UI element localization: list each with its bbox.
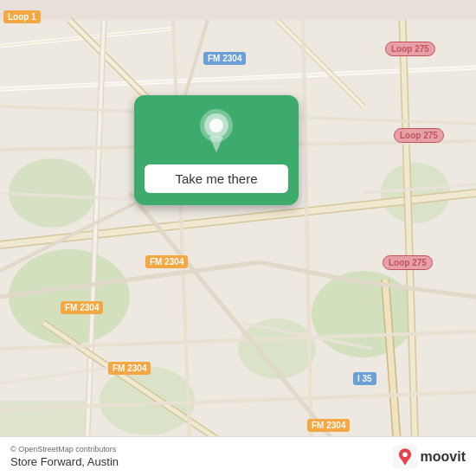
- popup-card: Take me there: [134, 95, 299, 205]
- map-container: Loop 1 FM 2304 Loop 275 Loop 275 Loop 27…: [0, 0, 476, 476]
- moovit-icon: [393, 445, 417, 469]
- road-label-fm2304-left: FM 2304: [61, 301, 103, 314]
- road-label-fm2304-br: FM 2304: [307, 419, 350, 432]
- svg-point-44: [209, 119, 223, 132]
- road-label-loop275-top: Loop 275: [385, 42, 435, 56]
- road-label-fm2304-mid: FM 2304: [145, 255, 188, 268]
- road-label-loop275-mid2: Loop 275: [383, 255, 433, 270]
- svg-point-6: [100, 366, 195, 435]
- map-background: [0, 0, 476, 476]
- bottom-left-info: © OpenStreetMap contributors Store Forwa…: [10, 445, 119, 468]
- map-pin-icon: [198, 109, 235, 158]
- svg-marker-45: [209, 137, 223, 152]
- moovit-logo: moovit: [393, 445, 466, 469]
- road-label-i35: I 35: [353, 372, 376, 385]
- svg-point-49: [402, 452, 408, 457]
- svg-point-1: [9, 249, 130, 344]
- road-label-fm2304-bottom: FM 2304: [108, 362, 151, 375]
- location-text: Store Forward, Austin: [10, 455, 119, 468]
- take-me-there-button[interactable]: Take me there: [145, 164, 288, 193]
- moovit-text: moovit: [421, 449, 466, 465]
- road-label-loop275-mid1: Loop 275: [394, 128, 444, 143]
- copyright-text: © OpenStreetMap contributors: [10, 445, 119, 453]
- bottom-bar: © OpenStreetMap contributors Store Forwa…: [0, 436, 476, 476]
- road-label-loop1: Loop 1: [3, 10, 41, 23]
- road-label-fm2304-top: FM 2304: [203, 52, 246, 65]
